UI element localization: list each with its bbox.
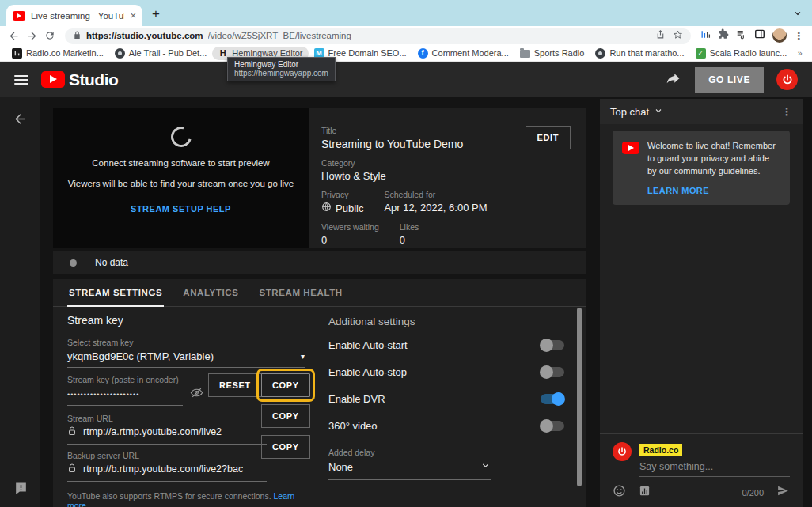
auto-start-toggle[interactable] [541, 340, 564, 350]
poll-icon[interactable] [639, 485, 651, 500]
studio-content: Connect streaming software to start prev… [0, 97, 812, 507]
viewers-count: 0 [321, 234, 379, 246]
chat-user-avatar [613, 442, 632, 461]
sidebar-extension-icon[interactable] [754, 28, 765, 43]
tooltip-url: https://hemingwayapp.com [234, 69, 328, 78]
category-value: Howto & Style [321, 170, 571, 182]
share-stream-icon[interactable] [665, 70, 682, 89]
url-host: https://studio.youtube.com [86, 31, 203, 40]
dvr-row: Enable DVR [328, 391, 564, 407]
channel-avatar[interactable] [776, 69, 798, 90]
url-bar[interactable]: https://studio.youtube.com /video/wZ5SjX… [65, 28, 691, 44]
chat-input-area: Radio.co Say something... 0/200 [600, 433, 803, 507]
tab-analytics[interactable]: ANALYTICS [181, 279, 240, 306]
top-chat-dropdown[interactable]: Top chat [610, 106, 649, 118]
chat-message-input[interactable]: Say something... [639, 461, 790, 477]
extension-bars-icon[interactable] [700, 28, 711, 43]
youtube-logo-icon [41, 71, 65, 88]
settings-scrollbar[interactable] [577, 308, 582, 486]
rtmps-note: YouTube also supports RTMPS for secure c… [67, 491, 305, 507]
playlist-extension-icon[interactable] [736, 28, 747, 43]
privacy-block: Privacy Public [321, 190, 363, 214]
char-counter: 0/200 [742, 488, 764, 498]
studio-logo[interactable]: Studio [41, 70, 118, 89]
auto-stop-toggle[interactable] [541, 367, 564, 377]
bookmark-scala-radio[interactable]: ✓ Scala Radio launc... [690, 47, 793, 60]
stream-url-field[interactable]: rtmp://a.rtmp.youtube.com/live2 [67, 425, 267, 445]
stream-url-value: rtmp://a.rtmp.youtube.com/live2 [83, 426, 222, 437]
bookmark-ale-trail[interactable]: Ale Trail - Pub Det... [109, 47, 212, 60]
auto-start-row: Enable Auto-start [328, 337, 564, 353]
tooltip-title: Hemingway Editor [234, 60, 328, 69]
chat-welcome-card: Welcome to live chat! Remember to guard … [613, 131, 790, 205]
folder-icon [520, 50, 530, 58]
go-live-button[interactable]: GO LIVE [695, 67, 764, 93]
bookmark-comment-moderation[interactable]: f Comment Modera... [412, 47, 514, 60]
edit-button[interactable]: EDIT [526, 126, 571, 149]
likes-block: Likes 0 [400, 222, 419, 246]
tab-close-icon[interactable]: × [130, 10, 136, 21]
back-button[interactable] [8, 30, 20, 42]
scala-favicon-icon: ✓ [696, 48, 706, 59]
youtube-favicon-icon [13, 11, 25, 21]
emoji-icon[interactable] [613, 484, 626, 501]
back-arrow-button[interactable] [13, 112, 28, 130]
loading-spinner-icon [167, 123, 195, 151]
video-360-toggle[interactable] [541, 421, 564, 431]
privacy-value: Public [336, 202, 363, 214]
new-tab-button[interactable]: + [152, 6, 160, 22]
browser-tab[interactable]: Live streaming - YouTube Stud × [6, 5, 142, 26]
privacy-globe-icon [321, 202, 332, 214]
viewers-block: Viewers waiting 0 [321, 222, 379, 246]
chat-welcome-text: Welcome to live chat! Remember to guard … [647, 140, 780, 178]
ale-trail-favicon-icon [115, 48, 125, 59]
copy-stream-key-button[interactable]: COPY [261, 373, 310, 397]
stream-setup-help-link[interactable]: STREAM SETUP HELP [131, 204, 231, 214]
copy-backup-url-button[interactable]: COPY [261, 435, 310, 459]
browser-menu-icon[interactable]: ⋮ [794, 30, 804, 42]
extensions-puzzle-icon[interactable] [718, 28, 729, 43]
select-stream-key-dropdown[interactable]: ykqmBgd9E0c (RTMP, Variable) ▾ [67, 350, 305, 368]
share-page-icon[interactable] [655, 28, 666, 43]
tab-search-chevron-icon[interactable] [793, 7, 803, 21]
radio-co-favicon-icon [12, 48, 22, 59]
url-path: /video/wZ5SjXRT_BE/livestreaming [208, 31, 651, 40]
tab-stream-settings[interactable]: STREAM SETTINGS [67, 279, 164, 306]
copy-stream-url-button[interactable]: COPY [261, 404, 310, 428]
marathon-favicon-icon [595, 48, 605, 59]
bookmark-radio-co-marketing[interactable]: Radio.co Marketin... [6, 47, 109, 60]
chevron-down-icon[interactable] [654, 104, 663, 119]
bookmark-sports-radio-folder[interactable]: Sports Radio [514, 47, 590, 59]
bookmark-star-icon[interactable] [673, 28, 683, 43]
chat-learn-more-link[interactable]: LEARN MORE [647, 186, 780, 195]
added-delay-value: None [328, 461, 353, 473]
feedback-button[interactable] [13, 481, 28, 499]
bookmarks-overflow-icon[interactable]: » [792, 48, 806, 58]
eye-off-icon[interactable] [190, 386, 203, 403]
lock-icon [67, 462, 77, 476]
send-icon[interactable] [776, 484, 790, 501]
dropdown-caret-icon: ▾ [301, 352, 305, 361]
forward-button[interactable] [26, 30, 38, 42]
hamburger-menu-icon[interactable] [14, 75, 28, 85]
viewers-label: Viewers waiting [321, 222, 379, 232]
scheduled-block: Scheduled for Apr 12, 2022, 6:00 PM [384, 190, 487, 214]
likes-count: 0 [400, 234, 419, 246]
dvr-toggle[interactable] [541, 394, 564, 404]
backup-url-value: rtmp://b.rtmp.youtube.com/live2?bac [83, 463, 243, 475]
tab-stream-health[interactable]: STREAM HEALTH [257, 279, 343, 306]
stream-details-panel: Title Streaming to YouTube Demo EDIT Cat… [309, 108, 586, 248]
live-chat-panel: Top chat ⋮ Welcome to live chat! Remembe… [600, 99, 803, 507]
stream-settings-card: STREAM SETTINGS ANALYTICS STREAM HEALTH … [53, 279, 586, 507]
added-delay-dropdown[interactable]: None [328, 460, 491, 480]
backup-url-field[interactable]: rtmp://b.rtmp.youtube.com/live2?bac [67, 462, 267, 482]
left-rail [0, 97, 40, 507]
video-360-row: 360° video [328, 418, 564, 433]
reload-button[interactable] [44, 30, 55, 41]
tab-title: Live streaming - YouTube Stud [31, 11, 124, 21]
browser-profile-avatar[interactable] [772, 28, 787, 43]
bookmark-run-that-marathon[interactable]: Run that maratho... [590, 47, 689, 60]
chat-menu-icon[interactable]: ⋮ [781, 105, 792, 118]
stream-key-field[interactable]: •••••••••••••••••••••• [67, 387, 183, 406]
reset-button[interactable]: RESET [208, 373, 262, 397]
